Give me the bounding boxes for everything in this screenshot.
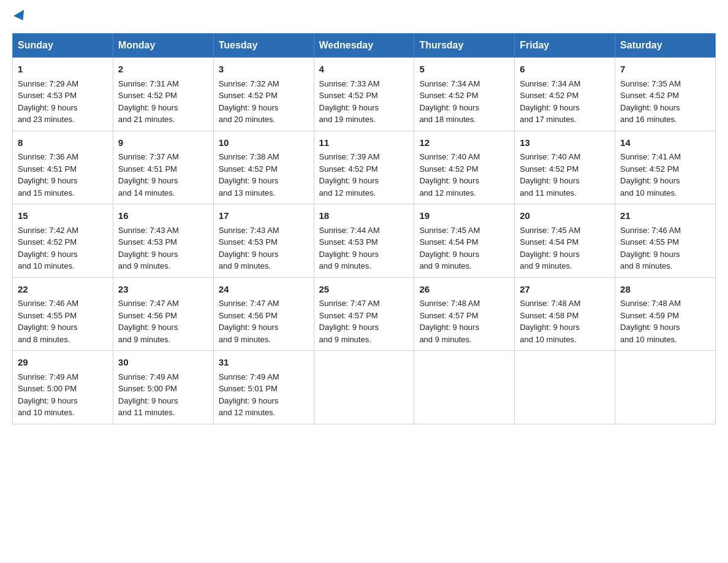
weekday-header-monday: Monday — [113, 34, 213, 58]
day-info: Sunrise: 7:49 AMSunset: 5:01 PMDaylight:… — [219, 372, 279, 418]
calendar-day-cell: 24 Sunrise: 7:47 AMSunset: 4:56 PMDaylig… — [213, 277, 314, 351]
day-info: Sunrise: 7:40 AMSunset: 4:52 PMDaylight:… — [520, 152, 580, 197]
calendar-day-cell: 5 Sunrise: 7:34 AMSunset: 4:52 PMDayligh… — [414, 58, 515, 131]
day-number: 30 — [118, 356, 208, 370]
day-info: Sunrise: 7:43 AMSunset: 4:53 PMDaylight:… — [219, 226, 279, 271]
day-number: 13 — [520, 136, 610, 150]
day-info: Sunrise: 7:31 AMSunset: 4:52 PMDaylight:… — [118, 79, 179, 124]
calendar-day-cell: 9 Sunrise: 7:37 AMSunset: 4:51 PMDayligh… — [113, 131, 213, 204]
day-info: Sunrise: 7:40 AMSunset: 4:52 PMDaylight:… — [419, 152, 480, 197]
day-info: Sunrise: 7:33 AMSunset: 4:52 PMDaylight:… — [319, 79, 380, 124]
calendar-table: SundayMondayTuesdayWednesdayThursdayFrid… — [12, 33, 716, 424]
calendar-day-cell: 14 Sunrise: 7:41 AMSunset: 4:52 PMDaylig… — [615, 131, 716, 204]
day-number: 25 — [319, 283, 409, 297]
day-info: Sunrise: 7:36 AMSunset: 4:51 PMDaylight:… — [18, 152, 78, 197]
day-info: Sunrise: 7:48 AMSunset: 4:57 PMDaylight:… — [419, 299, 480, 344]
day-number: 21 — [620, 209, 710, 223]
calendar-day-cell: 10 Sunrise: 7:38 AMSunset: 4:52 PMDaylig… — [213, 131, 314, 204]
day-info: Sunrise: 7:46 AMSunset: 4:55 PMDaylight:… — [620, 226, 681, 271]
calendar-day-cell: 31 Sunrise: 7:49 AMSunset: 5:01 PMDaylig… — [213, 351, 314, 424]
calendar-day-cell: 26 Sunrise: 7:48 AMSunset: 4:57 PMDaylig… — [414, 277, 515, 351]
calendar-week-row: 15 Sunrise: 7:42 AMSunset: 4:52 PMDaylig… — [13, 204, 716, 278]
day-number: 18 — [319, 209, 409, 223]
calendar-day-cell: 2 Sunrise: 7:31 AMSunset: 4:52 PMDayligh… — [113, 58, 213, 131]
calendar-day-cell: 13 Sunrise: 7:40 AMSunset: 4:52 PMDaylig… — [515, 131, 615, 204]
calendar-day-cell — [314, 351, 414, 424]
calendar-day-cell: 21 Sunrise: 7:46 AMSunset: 4:55 PMDaylig… — [615, 204, 716, 278]
calendar-day-cell: 1 Sunrise: 7:29 AMSunset: 4:53 PMDayligh… — [13, 58, 113, 131]
day-info: Sunrise: 7:47 AMSunset: 4:57 PMDaylight:… — [319, 299, 380, 344]
day-number: 7 — [620, 63, 710, 77]
day-info: Sunrise: 7:32 AMSunset: 4:52 PMDaylight:… — [219, 79, 279, 124]
day-number: 28 — [620, 283, 710, 297]
calendar-day-cell: 23 Sunrise: 7:47 AMSunset: 4:56 PMDaylig… — [113, 277, 213, 351]
day-number: 3 — [219, 63, 309, 77]
calendar-week-row: 1 Sunrise: 7:29 AMSunset: 4:53 PMDayligh… — [13, 58, 716, 131]
calendar-day-cell: 27 Sunrise: 7:48 AMSunset: 4:58 PMDaylig… — [515, 277, 615, 351]
day-number: 19 — [419, 209, 509, 223]
day-info: Sunrise: 7:48 AMSunset: 4:58 PMDaylight:… — [520, 299, 580, 344]
day-info: Sunrise: 7:39 AMSunset: 4:52 PMDaylight:… — [319, 152, 380, 197]
calendar-day-cell: 12 Sunrise: 7:40 AMSunset: 4:52 PMDaylig… — [414, 131, 515, 204]
calendar-day-cell: 28 Sunrise: 7:48 AMSunset: 4:59 PMDaylig… — [615, 277, 716, 351]
calendar-week-row: 29 Sunrise: 7:49 AMSunset: 5:00 PMDaylig… — [13, 351, 716, 424]
day-info: Sunrise: 7:34 AMSunset: 4:52 PMDaylight:… — [520, 79, 580, 124]
day-number: 11 — [319, 136, 409, 150]
day-info: Sunrise: 7:48 AMSunset: 4:59 PMDaylight:… — [620, 299, 681, 344]
calendar-day-cell — [414, 351, 515, 424]
day-number: 24 — [219, 283, 309, 297]
day-number: 20 — [520, 209, 610, 223]
weekday-header-sunday: Sunday — [13, 34, 113, 58]
calendar-day-cell: 22 Sunrise: 7:46 AMSunset: 4:55 PMDaylig… — [13, 277, 113, 351]
day-number: 16 — [118, 209, 208, 223]
calendar-day-cell: 20 Sunrise: 7:45 AMSunset: 4:54 PMDaylig… — [515, 204, 615, 278]
day-number: 9 — [118, 136, 208, 150]
day-info: Sunrise: 7:47 AMSunset: 4:56 PMDaylight:… — [118, 299, 179, 344]
logo — [12, 12, 27, 21]
day-number: 23 — [118, 283, 208, 297]
day-info: Sunrise: 7:47 AMSunset: 4:56 PMDaylight:… — [219, 299, 279, 344]
day-number: 27 — [520, 283, 610, 297]
day-info: Sunrise: 7:34 AMSunset: 4:52 PMDaylight:… — [419, 79, 480, 124]
day-number: 29 — [18, 356, 108, 370]
day-number: 10 — [219, 136, 309, 150]
calendar-week-row: 8 Sunrise: 7:36 AMSunset: 4:51 PMDayligh… — [13, 131, 716, 204]
calendar-day-cell: 8 Sunrise: 7:36 AMSunset: 4:51 PMDayligh… — [13, 131, 113, 204]
day-number: 1 — [18, 63, 108, 77]
weekday-header-wednesday: Wednesday — [314, 34, 414, 58]
calendar-day-cell: 6 Sunrise: 7:34 AMSunset: 4:52 PMDayligh… — [515, 58, 615, 131]
calendar-day-cell: 3 Sunrise: 7:32 AMSunset: 4:52 PMDayligh… — [213, 58, 314, 131]
day-number: 8 — [18, 136, 108, 150]
calendar-day-cell: 18 Sunrise: 7:44 AMSunset: 4:53 PMDaylig… — [314, 204, 414, 278]
day-info: Sunrise: 7:44 AMSunset: 4:53 PMDaylight:… — [319, 226, 380, 271]
day-number: 31 — [219, 356, 309, 370]
day-info: Sunrise: 7:38 AMSunset: 4:52 PMDaylight:… — [219, 152, 279, 197]
calendar-day-cell: 7 Sunrise: 7:35 AMSunset: 4:52 PMDayligh… — [615, 58, 716, 131]
day-info: Sunrise: 7:45 AMSunset: 4:54 PMDaylight:… — [520, 226, 580, 271]
weekday-header-friday: Friday — [515, 34, 615, 58]
calendar-header-row: SundayMondayTuesdayWednesdayThursdayFrid… — [13, 34, 716, 58]
day-number: 12 — [419, 136, 509, 150]
day-info: Sunrise: 7:43 AMSunset: 4:53 PMDaylight:… — [118, 226, 179, 271]
calendar-day-cell: 16 Sunrise: 7:43 AMSunset: 4:53 PMDaylig… — [113, 204, 213, 278]
day-info: Sunrise: 7:45 AMSunset: 4:54 PMDaylight:… — [419, 226, 480, 271]
calendar-day-cell — [515, 351, 615, 424]
day-info: Sunrise: 7:49 AMSunset: 5:00 PMDaylight:… — [118, 372, 179, 418]
weekday-header-tuesday: Tuesday — [213, 34, 314, 58]
calendar-day-cell: 17 Sunrise: 7:43 AMSunset: 4:53 PMDaylig… — [213, 204, 314, 278]
day-number: 26 — [419, 283, 509, 297]
calendar-day-cell: 25 Sunrise: 7:47 AMSunset: 4:57 PMDaylig… — [314, 277, 414, 351]
day-number: 17 — [219, 209, 309, 223]
day-number: 15 — [18, 209, 108, 223]
day-info: Sunrise: 7:41 AMSunset: 4:52 PMDaylight:… — [620, 152, 681, 197]
calendar-day-cell: 4 Sunrise: 7:33 AMSunset: 4:52 PMDayligh… — [314, 58, 414, 131]
calendar-day-cell: 15 Sunrise: 7:42 AMSunset: 4:52 PMDaylig… — [13, 204, 113, 278]
day-number: 6 — [520, 63, 610, 77]
page-header — [12, 12, 716, 21]
weekday-header-saturday: Saturday — [615, 34, 716, 58]
logo-triangle-icon — [13, 10, 28, 23]
day-number: 5 — [419, 63, 509, 77]
calendar-day-cell — [615, 351, 716, 424]
day-info: Sunrise: 7:49 AMSunset: 5:00 PMDaylight:… — [18, 372, 78, 418]
day-info: Sunrise: 7:37 AMSunset: 4:51 PMDaylight:… — [118, 152, 179, 197]
